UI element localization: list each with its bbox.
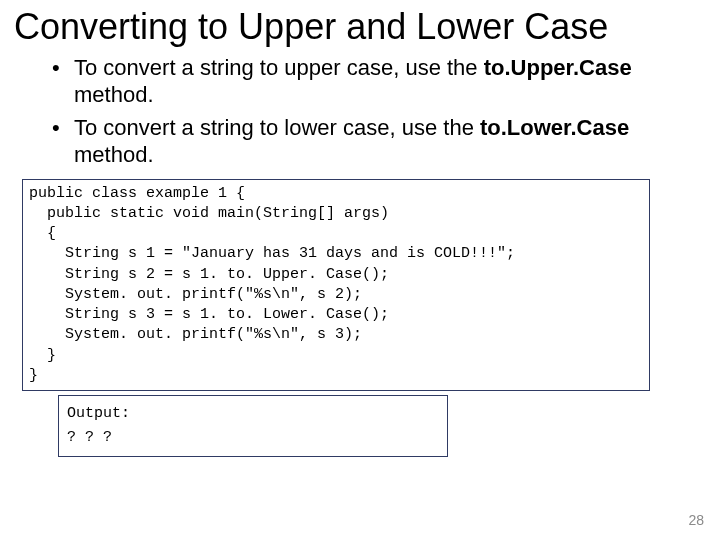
bullet-method: to.Upper.Case (484, 55, 632, 80)
bullet-item: To convert a string to lower case, use t… (52, 115, 688, 169)
bullet-text-pre: To convert a string to lower case, use t… (74, 115, 480, 140)
output-value: ? ? ? (67, 426, 439, 450)
output-label: Output: (67, 402, 439, 426)
bullet-text-post: method. (74, 142, 154, 167)
slide: Converting to Upper and Lower Case To co… (0, 0, 720, 540)
bullet-text-post: method. (74, 82, 154, 107)
bullet-item: To convert a string to upper case, use t… (52, 55, 688, 109)
bullet-text-pre: To convert a string to upper case, use t… (74, 55, 484, 80)
output-block: Output: ? ? ? (58, 395, 448, 457)
page-number: 28 (688, 512, 704, 528)
code-block: public class example 1 { public static v… (22, 179, 650, 392)
bullet-list: To convert a string to upper case, use t… (0, 47, 720, 168)
bullet-method: to.Lower.Case (480, 115, 629, 140)
slide-title: Converting to Upper and Lower Case (0, 0, 720, 47)
